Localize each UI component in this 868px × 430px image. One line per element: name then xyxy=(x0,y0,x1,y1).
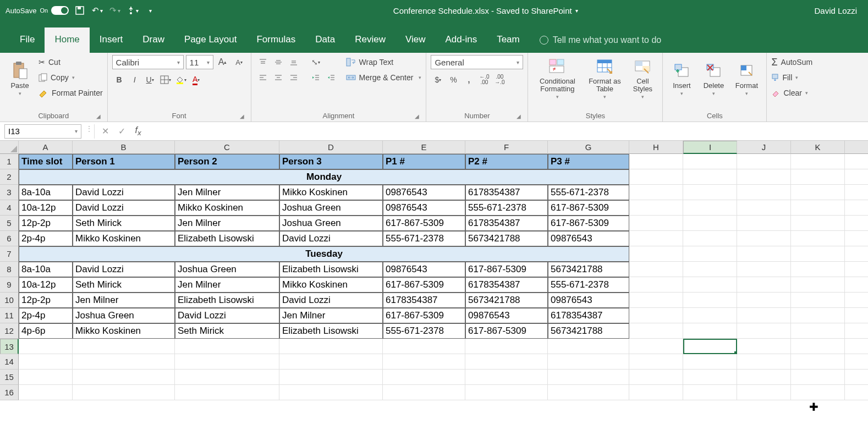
cell-edge[interactable] xyxy=(845,308,868,323)
row-header-13[interactable]: 13 xyxy=(0,339,19,354)
toggle-switch[interactable] xyxy=(51,6,69,15)
percent-format-icon[interactable]: % xyxy=(446,73,460,87)
cell-H12[interactable] xyxy=(629,323,683,339)
row-header-3[interactable]: 3 xyxy=(0,185,19,200)
cell-G6[interactable]: 09876543 xyxy=(548,231,629,246)
fill-color-button[interactable]: ▾ xyxy=(174,73,188,87)
cell-D13[interactable] xyxy=(279,339,383,354)
cell-J4[interactable] xyxy=(737,200,791,216)
cell-J14[interactable] xyxy=(737,354,791,370)
cell-K3[interactable] xyxy=(791,185,845,200)
cell-edge[interactable] xyxy=(845,262,868,277)
cell-I1[interactable] xyxy=(683,154,737,169)
tab-home[interactable]: Home xyxy=(45,27,89,53)
cell-A3[interactable]: 8a-10a xyxy=(19,185,73,200)
cell-H10[interactable] xyxy=(629,293,683,308)
cell-D8[interactable]: Elizabeth Lisowski xyxy=(279,262,383,277)
delete-cells-button[interactable]: Delete▾ xyxy=(699,55,728,101)
cell-edge[interactable] xyxy=(845,154,868,169)
cell-J1[interactable] xyxy=(737,154,791,169)
cell-E16[interactable] xyxy=(383,385,465,400)
cell-header-4[interactable]: P1 # xyxy=(383,154,465,169)
number-format-select[interactable]: General▾ xyxy=(431,55,523,69)
cancel-icon[interactable]: ✕ xyxy=(97,126,113,136)
cell-I13[interactable] xyxy=(683,339,737,354)
row-header-12[interactable]: 12 xyxy=(0,323,19,339)
cell-E9[interactable]: 617-867-5309 xyxy=(383,277,465,293)
wrap-text-button[interactable]: Wrap Text xyxy=(346,55,422,69)
cell-I3[interactable] xyxy=(683,185,737,200)
insert-cells-button[interactable]: Insert▾ xyxy=(667,55,696,101)
select-all-corner[interactable] xyxy=(0,141,19,154)
cell-B11[interactable]: Joshua Green xyxy=(73,308,175,323)
cell-B6[interactable]: Mikko Koskinen xyxy=(73,231,175,246)
cell-B3[interactable]: David Lozzi xyxy=(73,185,175,200)
cell-G15[interactable] xyxy=(548,370,629,385)
cell-C15[interactable] xyxy=(175,370,279,385)
cell-C9[interactable]: Jen Milner xyxy=(175,277,279,293)
cell-A8[interactable]: 8a-10a xyxy=(19,262,73,277)
cell-A4[interactable]: 10a-12p xyxy=(19,200,73,216)
cell-F15[interactable] xyxy=(465,370,548,385)
cell-H1[interactable] xyxy=(629,154,683,169)
cell-F3[interactable]: 6178354387 xyxy=(465,185,548,200)
cell-K6[interactable] xyxy=(791,231,845,246)
row-header-14[interactable]: 14 xyxy=(0,354,19,370)
cell-edge[interactable] xyxy=(845,354,868,370)
cell-J3[interactable] xyxy=(737,185,791,200)
cell-H6[interactable] xyxy=(629,231,683,246)
dialog-launcher-icon[interactable]: ◢ xyxy=(415,113,419,119)
row-header-5[interactable]: 5 xyxy=(0,216,19,231)
tab-draw[interactable]: Draw xyxy=(133,27,174,53)
bold-button[interactable]: B xyxy=(112,73,127,87)
cell-K1[interactable] xyxy=(791,154,845,169)
cell-A6[interactable]: 2p-4p xyxy=(19,231,73,246)
cell-C13[interactable] xyxy=(175,339,279,354)
format-as-table-button[interactable]: Format as Table▾ xyxy=(585,55,624,101)
spreadsheet-grid[interactable]: ABCDEFGHIJK1Time slotPerson 1Person 2Per… xyxy=(0,141,868,400)
cell-B15[interactable] xyxy=(73,370,175,385)
row-header-7[interactable]: 7 xyxy=(0,246,19,262)
tab-file[interactable]: File xyxy=(10,27,45,53)
cell-I11[interactable] xyxy=(683,308,737,323)
col-header-K[interactable]: K xyxy=(791,141,845,154)
cut-button[interactable]: ✂Cut xyxy=(39,55,103,69)
cell-K9[interactable] xyxy=(791,277,845,293)
cell-A9[interactable]: 10a-12p xyxy=(19,277,73,293)
cell-D4[interactable]: Joshua Green xyxy=(279,200,383,216)
row-header-4[interactable]: 4 xyxy=(0,200,19,216)
cell-C8[interactable]: Joshua Green xyxy=(175,262,279,277)
cell-G12[interactable]: 5673421788 xyxy=(548,323,629,339)
cell-H11[interactable] xyxy=(629,308,683,323)
cell-G14[interactable] xyxy=(548,354,629,370)
cell-I2[interactable] xyxy=(683,169,737,185)
cell-J11[interactable] xyxy=(737,308,791,323)
col-header-E[interactable]: E xyxy=(383,141,465,154)
italic-button[interactable]: I xyxy=(128,73,142,87)
col-header-J[interactable]: J xyxy=(737,141,791,154)
cell-C4[interactable]: Mikko Koskinen xyxy=(175,200,279,216)
cell-edge[interactable] xyxy=(845,370,868,385)
cell-I5[interactable] xyxy=(683,216,737,231)
cell-I15[interactable] xyxy=(683,370,737,385)
row-header-16[interactable]: 16 xyxy=(0,385,19,400)
underline-button[interactable]: U▾ xyxy=(143,73,157,87)
cell-E12[interactable]: 555-671-2378 xyxy=(383,323,465,339)
tab-addins[interactable]: Add-ins xyxy=(436,27,487,53)
col-header-C[interactable]: C xyxy=(175,141,279,154)
cell-H9[interactable] xyxy=(629,277,683,293)
cell-F14[interactable] xyxy=(465,354,548,370)
cell-G4[interactable]: 617-867-5309 xyxy=(548,200,629,216)
tab-data[interactable]: Data xyxy=(305,27,345,53)
col-header-H[interactable]: H xyxy=(629,141,683,154)
cell-J6[interactable] xyxy=(737,231,791,246)
row-header-1[interactable]: 1 xyxy=(0,154,19,169)
col-header-F[interactable]: F xyxy=(465,141,548,154)
cell-D11[interactable]: Jen Milner xyxy=(279,308,383,323)
cell-K13[interactable] xyxy=(791,339,845,354)
cell-J15[interactable] xyxy=(737,370,791,385)
cell-header-5[interactable]: P2 # xyxy=(465,154,548,169)
align-center-icon[interactable] xyxy=(271,70,285,85)
cell-H8[interactable] xyxy=(629,262,683,277)
decrease-font-icon[interactable]: A▾ xyxy=(232,55,246,69)
